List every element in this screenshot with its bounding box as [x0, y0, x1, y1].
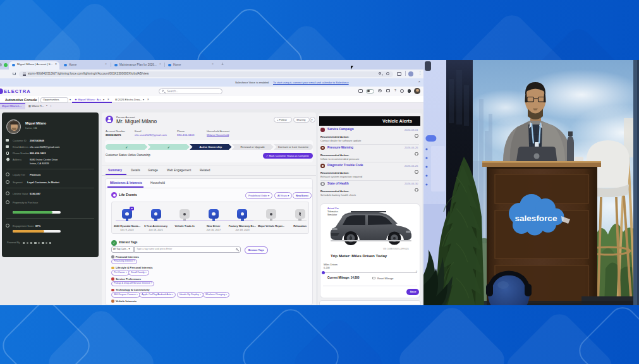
svg-text:salesforce: salesforce [515, 214, 557, 223]
